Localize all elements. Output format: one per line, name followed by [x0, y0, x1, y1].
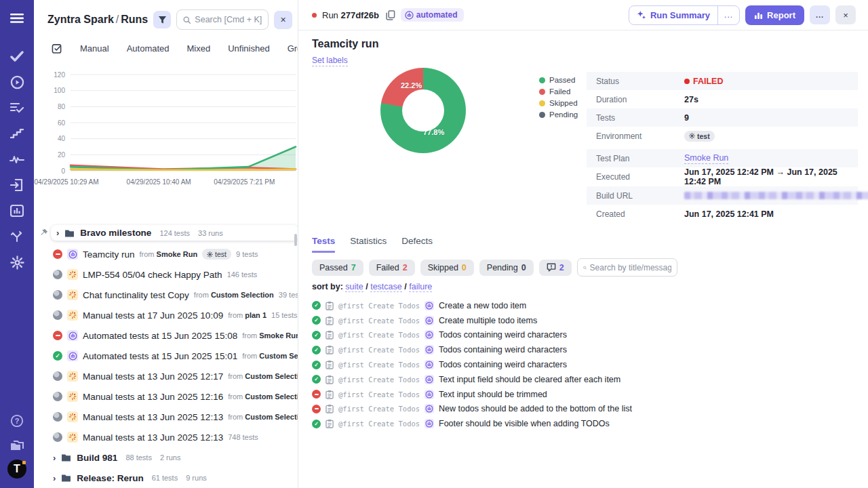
menu-icon[interactable] [0, 5, 34, 31]
run-row[interactable]: Chat functinality test Copy from Custom … [34, 285, 298, 305]
steps-icon[interactable] [0, 121, 34, 146]
runs-panel-header: Zyntra Spark/Runs × [34, 0, 298, 30]
tab-automated[interactable]: Automated [127, 43, 170, 54]
bar-chart-icon[interactable] [0, 198, 34, 224]
tests-search-input[interactable] [590, 263, 671, 272]
group-bravo-milestone[interactable]: › Bravo milestone 124 tests 33 runs [51, 225, 298, 241]
info-label: Executed [596, 172, 684, 182]
check-icon[interactable] [0, 43, 34, 69]
sort-suite[interactable]: suite [345, 282, 363, 292]
sort-failure[interactable]: failure [409, 282, 432, 292]
filter-chip-passed[interactable]: Passed 7 [312, 260, 363, 276]
report-chart-icon [754, 11, 763, 20]
test-row[interactable]: ✓ @first Create Todos... Text input fiel… [312, 372, 854, 387]
legend-item-skipped[interactable]: Skipped [539, 99, 578, 107]
scrollbar-thumb[interactable] [294, 234, 297, 246]
legend-item-pending[interactable]: Pending [539, 110, 578, 119]
run-row[interactable]: ✓ Automated tests at 15 Jun 2025 15:01 f… [34, 346, 298, 366]
test-row[interactable]: ✓ @first Create Todos... Todos containin… [312, 328, 854, 343]
filter-chip-skipped[interactable]: Skipped 0 [420, 260, 474, 276]
automated-icon [67, 330, 78, 341]
tab-mixed[interactable]: Mixed [187, 43, 211, 54]
search-icon [183, 16, 191, 24]
panel-close-button[interactable]: × [274, 11, 292, 29]
more-actions-button[interactable]: ... [810, 5, 830, 24]
runs-search-input[interactable] [195, 15, 262, 24]
run-tests-count: 9 tests [236, 250, 258, 258]
list-check-icon[interactable] [0, 95, 34, 121]
play-circle-icon[interactable] [0, 69, 34, 95]
run-row[interactable]: Manual tests at 17 Jun 2025 10:09 from p… [34, 305, 298, 325]
group-row[interactable]: › Build 981 88 tests 2 runs [34, 447, 298, 468]
run-detail-panel: Run 277df26b automated Run Summary ... R… [298, 0, 868, 488]
logo-t[interactable]: T [7, 460, 26, 479]
gear-icon[interactable] [0, 249, 34, 275]
tab-manual[interactable]: Manual [80, 43, 109, 54]
projects-icon[interactable] [0, 434, 34, 460]
test-title: New todos should be added to the bottom … [439, 404, 632, 413]
run-tests-count: 15 tests [271, 311, 298, 319]
group-row[interactable]: › Release: Rerun 61 tests 9 runs [34, 468, 298, 488]
chevron-right-icon[interactable]: › [56, 228, 59, 238]
test-plan-link[interactable]: Smoke Run [684, 153, 728, 164]
test-row[interactable]: ✓ @first Create Todos... Footer should b… [312, 416, 854, 431]
run-row[interactable]: Manual tests at 13 Jun 2025 12:13 from C… [34, 407, 298, 427]
test-row[interactable]: ✓ @first Create Todos... Create multiple… [312, 313, 854, 328]
test-title: Text input field should be cleared after… [439, 375, 620, 384]
run-row[interactable]: Teamcity run from Smoke Run test 9 tests [34, 244, 298, 264]
tab-defects[interactable]: Defects [401, 236, 433, 253]
filter-chip-pending[interactable]: Pending 0 [479, 260, 534, 276]
set-labels-link[interactable]: Set labels [312, 56, 348, 66]
test-row[interactable]: ✓ @first Create Todos... Todos containin… [312, 342, 854, 357]
status-passed-icon: ✓ [53, 351, 62, 361]
chevron-right-icon[interactable]: › [53, 473, 56, 483]
tab-tests[interactable]: Tests [312, 236, 335, 253]
info-value: FAILED [684, 77, 723, 86]
sort-testcase[interactable]: testcase [370, 282, 402, 292]
clipboard-icon [326, 316, 334, 325]
tab-unfinished[interactable]: Unfinished [228, 43, 269, 54]
info-row-tests: Tests 9 [587, 108, 858, 127]
test-passed-icon: ✓ [312, 301, 321, 310]
close-run-button[interactable]: × [835, 5, 856, 24]
filter-button[interactable] [153, 11, 171, 28]
tab-groups[interactable]: Groups [288, 43, 298, 54]
test-row[interactable]: @first Create Todos... New todos should … [312, 402, 854, 417]
project-name[interactable]: Zyntra Spark [47, 14, 114, 25]
run-name: Manual tests at 13 Jun 2025 12:16 [83, 392, 223, 402]
select-runs-icon[interactable] [52, 43, 62, 54]
runs-search[interactable] [176, 9, 269, 30]
legend-item-passed[interactable]: Passed [539, 76, 578, 84]
run-row[interactable]: Automated tests at 15 Jun 2025 15:08 fro… [34, 325, 298, 346]
run-row[interactable]: Manual tests at 13 Jun 2025 12:13 748 te… [34, 427, 298, 447]
chevron-right-icon[interactable]: › [53, 453, 56, 463]
run-row[interactable]: LMP-554 05/04 check Happy Path 146 tests [34, 264, 298, 285]
tab-statistics[interactable]: Statistics [350, 236, 387, 253]
run-summary-button[interactable]: Run Summary [629, 6, 717, 24]
copy-icon[interactable] [386, 10, 395, 20]
build-url-redacted[interactable] [684, 192, 868, 199]
run-summary-more-button[interactable]: ... [717, 6, 739, 24]
test-row[interactable]: ✓ @first Create Todos... Create a new to… [312, 298, 854, 313]
svg-text:100: 100 [54, 87, 65, 94]
legend-item-failed[interactable]: Failed [539, 87, 578, 96]
run-row[interactable]: Manual tests at 13 Jun 2025 12:16 from C… [34, 386, 298, 407]
info-label: Status [596, 77, 684, 86]
tests-search[interactable] [577, 258, 677, 277]
filter-chip-failed[interactable]: Failed 2 [369, 260, 415, 276]
comments-filter-chip[interactable]: 2 [539, 260, 572, 276]
robot-icon [425, 346, 433, 354]
test-row[interactable]: @first Create Todos... Text input should… [312, 387, 854, 402]
automated-badge[interactable]: automated [401, 8, 464, 22]
branches-icon[interactable] [0, 224, 34, 249]
activity-icon[interactable] [0, 146, 34, 172]
info-value: 9 [684, 113, 689, 123]
report-button[interactable]: Report [745, 5, 804, 25]
import-icon[interactable] [0, 172, 34, 198]
help-icon[interactable]: ? [0, 408, 34, 434]
funnel-icon [158, 16, 167, 24]
page-title: Runs [121, 14, 148, 25]
logo-letter: T [14, 463, 20, 475]
test-row[interactable]: ✓ @first Create Todos... Todos containin… [312, 357, 854, 372]
run-row[interactable]: Manual tests at 13 Jun 2025 12:17 from C… [34, 366, 298, 386]
